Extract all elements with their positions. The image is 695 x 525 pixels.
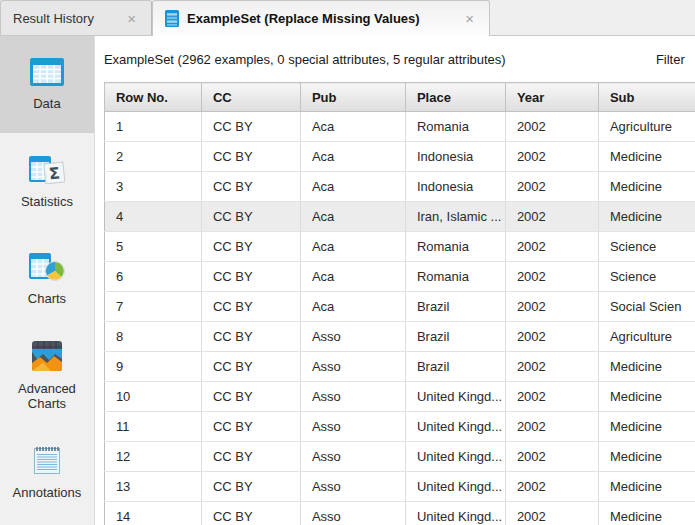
table-cell[interactable]: Brazil xyxy=(405,292,505,322)
column-header-cc[interactable]: CC xyxy=(201,83,300,112)
table-cell[interactable]: CC BY xyxy=(201,232,300,262)
table-cell[interactable]: Aca xyxy=(300,142,405,172)
table-row[interactable]: 13CC BYAssoUnited Kingd...2002Medicine xyxy=(104,472,695,502)
table-cell[interactable]: 12 xyxy=(104,442,201,472)
table-cell[interactable]: United Kingd... xyxy=(405,502,505,525)
table-cell[interactable]: Romania xyxy=(405,112,505,142)
table-cell[interactable]: Asso xyxy=(300,382,405,412)
table-cell[interactable]: 2002 xyxy=(505,142,598,172)
table-cell[interactable]: CC BY xyxy=(201,202,300,232)
table-cell[interactable]: Asso xyxy=(300,322,405,352)
table-cell[interactable]: 3 xyxy=(104,172,201,202)
table-cell[interactable]: Brazil xyxy=(405,352,505,382)
table-row[interactable]: 11CC BYAssoUnited Kingd...2002Medicine xyxy=(104,412,695,442)
column-header-row-no[interactable]: Row No. xyxy=(104,83,201,112)
table-cell[interactable]: 5 xyxy=(104,232,201,262)
table-cell[interactable]: Aca xyxy=(300,292,405,322)
table-cell[interactable]: CC BY xyxy=(201,172,300,202)
table-cell[interactable]: Medicine xyxy=(598,472,695,502)
table-cell[interactable]: Asso xyxy=(300,502,405,525)
sidebar-item-data[interactable]: Data xyxy=(0,36,94,133)
table-cell[interactable]: Indonesia xyxy=(405,142,505,172)
table-cell[interactable]: 2002 xyxy=(505,442,598,472)
table-cell[interactable]: Romania xyxy=(405,232,505,262)
table-cell[interactable]: 2002 xyxy=(505,502,598,525)
table-cell[interactable]: 11 xyxy=(104,412,201,442)
table-cell[interactable]: Medicine xyxy=(598,352,695,382)
table-cell[interactable]: Romania xyxy=(405,262,505,292)
table-row[interactable]: 14CC BYAssoUnited Kingd...2002Medicine xyxy=(104,502,695,525)
table-cell[interactable]: 10 xyxy=(104,382,201,412)
table-row[interactable]: 10CC BYAssoUnited Kingd...2002Medicine xyxy=(104,382,695,412)
table-cell[interactable]: Social Scien xyxy=(598,292,695,322)
table-cell[interactable]: Science xyxy=(598,232,695,262)
table-cell[interactable]: Asso xyxy=(300,442,405,472)
table-row[interactable]: 8CC BYAssoBrazil2002Agriculture xyxy=(104,322,695,352)
table-cell[interactable]: 2002 xyxy=(505,412,598,442)
table-row[interactable]: 4CC BYAcaIran, Islamic ...2002Medicine xyxy=(104,202,695,232)
table-cell[interactable]: CC BY xyxy=(201,322,300,352)
table-cell[interactable]: 14 xyxy=(104,502,201,525)
sidebar-item-charts[interactable]: Charts xyxy=(0,230,94,327)
table-cell[interactable]: Asso xyxy=(300,412,405,442)
table-cell[interactable]: Agriculture xyxy=(598,112,695,142)
close-icon[interactable]: × xyxy=(124,9,139,28)
table-cell[interactable]: Asso xyxy=(300,472,405,502)
table-cell[interactable]: Aca xyxy=(300,202,405,232)
table-cell[interactable]: CC BY xyxy=(201,382,300,412)
table-cell[interactable]: Medicine xyxy=(598,442,695,472)
column-header-year[interactable]: Year xyxy=(505,83,598,112)
table-cell[interactable]: 2002 xyxy=(505,172,598,202)
table-cell[interactable]: Aca xyxy=(300,232,405,262)
tab-exampleset[interactable]: ExampleSet (Replace Missing Values) × xyxy=(152,0,490,36)
table-cell[interactable]: Asso xyxy=(300,352,405,382)
column-header-sub[interactable]: Sub xyxy=(598,83,695,112)
table-cell[interactable]: 8 xyxy=(104,322,201,352)
table-cell[interactable]: 2002 xyxy=(505,292,598,322)
table-cell[interactable]: 9 xyxy=(104,352,201,382)
table-row[interactable]: 5CC BYAcaRomania2002Science xyxy=(104,232,695,262)
table-row[interactable]: 2CC BYAcaIndonesia2002Medicine xyxy=(104,142,695,172)
table-row[interactable]: 9CC BYAssoBrazil2002Medicine xyxy=(104,352,695,382)
table-cell[interactable]: 13 xyxy=(104,472,201,502)
table-cell[interactable]: CC BY xyxy=(201,442,300,472)
table-cell[interactable]: 7 xyxy=(104,292,201,322)
table-cell[interactable]: Medicine xyxy=(598,502,695,525)
table-cell[interactable]: 2002 xyxy=(505,382,598,412)
table-cell[interactable]: Aca xyxy=(300,172,405,202)
sidebar-item-statistics[interactable]: Σ Statistics xyxy=(0,133,94,230)
table-cell[interactable]: CC BY xyxy=(201,142,300,172)
table-cell[interactable]: CC BY xyxy=(201,502,300,525)
table-cell[interactable]: CC BY xyxy=(201,112,300,142)
table-cell[interactable]: CC BY xyxy=(201,412,300,442)
table-cell[interactable]: CC BY xyxy=(201,292,300,322)
table-row[interactable]: 6CC BYAcaRomania2002Science xyxy=(104,262,695,292)
table-cell[interactable]: Aca xyxy=(300,262,405,292)
table-cell[interactable]: United Kingd... xyxy=(405,382,505,412)
table-cell[interactable]: Medicine xyxy=(598,412,695,442)
table-cell[interactable]: United Kingd... xyxy=(405,472,505,502)
table-row[interactable]: 3CC BYAcaIndonesia2002Medicine xyxy=(104,172,695,202)
table-cell[interactable]: 2002 xyxy=(505,232,598,262)
table-cell[interactable]: Iran, Islamic ... xyxy=(405,202,505,232)
table-cell[interactable]: Medicine xyxy=(598,172,695,202)
table-cell[interactable]: 2002 xyxy=(505,352,598,382)
table-cell[interactable]: Medicine xyxy=(598,142,695,172)
table-cell[interactable]: Science xyxy=(598,262,695,292)
table-row[interactable]: 12CC BYAssoUnited Kingd...2002Medicine xyxy=(104,442,695,472)
table-cell[interactable]: 1 xyxy=(104,112,201,142)
column-header-place[interactable]: Place xyxy=(405,83,505,112)
table-cell[interactable]: 2002 xyxy=(505,322,598,352)
column-header-pub[interactable]: Pub xyxy=(300,83,405,112)
table-cell[interactable]: 2002 xyxy=(505,202,598,232)
table-cell[interactable]: 2002 xyxy=(505,112,598,142)
table-cell[interactable]: Medicine xyxy=(598,382,695,412)
close-icon[interactable]: × xyxy=(462,9,477,28)
table-row[interactable]: 1CC BYAcaRomania2002Agriculture xyxy=(104,112,695,142)
sidebar-item-annotations[interactable]: Annotations xyxy=(0,424,94,521)
table-cell[interactable]: Indonesia xyxy=(405,172,505,202)
table-row[interactable]: 7CC BYAcaBrazil2002Social Scien xyxy=(104,292,695,322)
table-cell[interactable]: 2 xyxy=(104,142,201,172)
table-cell[interactable]: United Kingd... xyxy=(405,442,505,472)
table-cell[interactable]: United Kingd... xyxy=(405,412,505,442)
